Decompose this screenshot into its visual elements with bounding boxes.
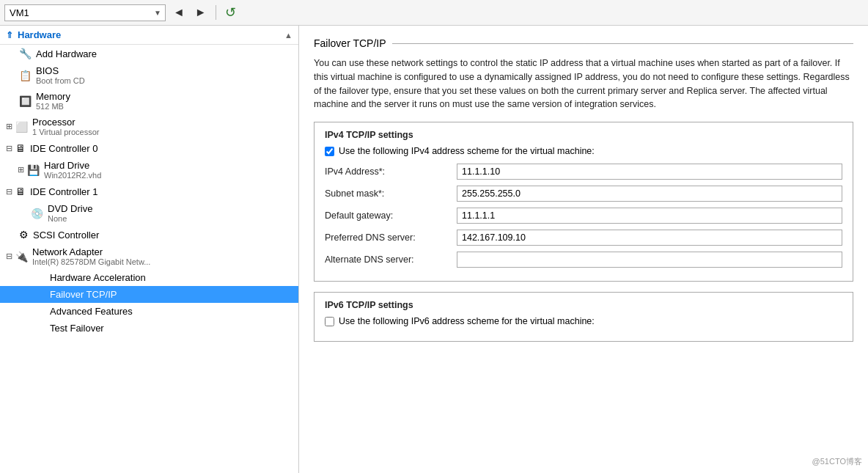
- field-label-preferred-dns: Preferred DNS server:: [325, 232, 457, 243]
- sidebar-item-hardware-acceleration[interactable]: Hardware Acceleration: [0, 269, 298, 286]
- sidebar-item-advanced-features[interactable]: Advanced Features: [0, 303, 298, 320]
- sidebar-item-hard-drive[interactable]: ⊞💾Hard DriveWin2012R2.vhd: [0, 157, 298, 183]
- field-row-ipv4-address: IPv4 Address*:: [325, 164, 842, 180]
- label-wrap-processor: Processor1 Virtual processor: [32, 117, 100, 136]
- sidebar-item-dvd-drive[interactable]: 💿DVD DriveNone: [0, 200, 298, 226]
- sublabel-processor: 1 Virtual processor: [32, 128, 100, 136]
- ipv6-checkbox[interactable]: [325, 317, 334, 326]
- field-input-alternate-dns[interactable]: [457, 252, 842, 268]
- label-wrap-scsi-controller: SCSI Controller: [33, 230, 99, 241]
- label-advanced-features: Advanced Features: [50, 306, 133, 317]
- field-label-subnet-mask: Subnet mask*:: [325, 188, 457, 199]
- sidebar-item-network-adapter[interactable]: ⊟🔌Network AdapterIntel(R) 82578DM Gigabi…: [0, 243, 298, 269]
- collapse-icon-ide-controller-0[interactable]: ⊟: [6, 144, 12, 153]
- sidebar-item-bios[interactable]: 📋BIOSBoot from CD: [0, 62, 298, 88]
- panel-description: You can use these network settings to co…: [314, 56, 853, 111]
- content-area: ⇑ Hardware ▲ 🔧Add Hardware📋BIOSBoot from…: [0, 26, 868, 473]
- collapse-icon[interactable]: ⇑: [6, 30, 13, 40]
- field-input-default-gateway[interactable]: [457, 208, 842, 224]
- vm-selector[interactable]: VM1: [4, 4, 166, 21]
- sidebar-item-memory[interactable]: 🔲Memory512 MB: [0, 88, 298, 114]
- label-wrap-ide-controller-0: IDE Controller 0: [30, 143, 98, 154]
- icon-bios: 📋: [19, 70, 32, 81]
- label-wrap-add-hardware: Add Hardware: [36, 48, 97, 59]
- icon-dvd-drive: 💿: [31, 208, 43, 219]
- field-row-alternate-dns: Alternate DNS server:: [325, 252, 842, 268]
- expand-icon-hard-drive[interactable]: ⊞: [18, 165, 24, 175]
- sidebar-item-ide-controller-1[interactable]: ⊟🖥IDE Controller 1: [0, 183, 298, 200]
- label-network-adapter: Network Adapter: [32, 246, 150, 257]
- field-label-alternate-dns: Alternate DNS server:: [325, 254, 457, 265]
- icon-ide-controller-1: 🖥: [15, 186, 26, 197]
- label-ide-controller-1: IDE Controller 1: [30, 186, 98, 197]
- sidebar-item-scsi-controller[interactable]: ⚙SCSI Controller: [0, 226, 298, 243]
- vm-select-wrap: VM1: [4, 4, 166, 21]
- label-wrap-advanced-features: Advanced Features: [50, 306, 133, 317]
- label-ide-controller-0: IDE Controller 0: [30, 143, 98, 154]
- sidebar-item-test-failover[interactable]: Test Failover: [0, 320, 298, 337]
- ipv6-group-title: IPv6 TCP/IP settings: [325, 300, 842, 310]
- sidebar-scroll[interactable]: 🔧Add Hardware📋BIOSBoot from CD🔲Memory512…: [0, 45, 298, 473]
- sublabel-network-adapter: Intel(R) 82578DM Gigabit Netw...: [32, 257, 150, 266]
- ipv6-checkbox-row: Use the following IPv6 address scheme fo…: [325, 316, 842, 326]
- label-wrap-memory: Memory512 MB: [36, 91, 70, 111]
- field-row-default-gateway: Default gateway:: [325, 208, 842, 224]
- label-memory: Memory: [36, 91, 70, 102]
- label-wrap-test-failover: Test Failover: [50, 323, 104, 334]
- icon-scsi-controller: ⚙: [19, 229, 29, 241]
- sublabel-dvd-drive: None: [48, 214, 92, 223]
- label-add-hardware: Add Hardware: [36, 48, 97, 59]
- icon-add-hardware: 🔧: [19, 48, 32, 59]
- label-processor: Processor: [32, 117, 100, 128]
- field-input-subnet-mask[interactable]: [457, 186, 842, 202]
- back-button[interactable]: ◄: [170, 4, 188, 21]
- label-failover-tcpip: Failover TCP/IP: [50, 289, 117, 300]
- panel-title: Failover TCP/IP: [314, 37, 853, 49]
- field-row-subnet-mask: Subnet mask*:: [325, 186, 842, 202]
- sidebar-item-ide-controller-0[interactable]: ⊟🖥IDE Controller 0: [0, 139, 298, 157]
- sublabel-bios: Boot from CD: [36, 76, 85, 85]
- ipv4-group-title: IPv4 TCP/IP settings: [325, 130, 842, 140]
- ipv4-checkbox-label: Use the following IPv4 address scheme fo…: [339, 146, 595, 156]
- sidebar-item-processor[interactable]: ⊞⬜Processor1 Virtual processor: [0, 114, 298, 139]
- sidebar-item-add-hardware[interactable]: 🔧Add Hardware: [0, 45, 298, 62]
- field-label-default-gateway: Default gateway:: [325, 210, 457, 221]
- label-dvd-drive: DVD Drive: [48, 203, 92, 214]
- sublabel-hard-drive: Win2012R2.vhd: [44, 171, 101, 180]
- label-wrap-network-adapter: Network AdapterIntel(R) 82578DM Gigabit …: [32, 246, 150, 266]
- forward-button[interactable]: ►: [192, 4, 210, 21]
- section-label: Hardware: [18, 29, 61, 40]
- label-wrap-failover-tcpip: Failover TCP/IP: [50, 289, 117, 300]
- icon-hard-drive: 💾: [27, 164, 40, 176]
- label-test-failover: Test Failover: [50, 323, 104, 334]
- icon-ide-controller-0: 🖥: [15, 142, 26, 154]
- watermark: @51CTO博客: [812, 456, 862, 467]
- ipv4-settings-group: IPv4 TCP/IP settings Use the following I…: [314, 122, 853, 282]
- hardware-section-header: ⇑ Hardware ▲: [0, 26, 298, 45]
- label-bios: BIOS: [36, 65, 85, 76]
- sublabel-memory: 512 MB: [36, 102, 70, 111]
- ipv4-checkbox[interactable]: [325, 147, 334, 156]
- field-input-ipv4-address[interactable]: [457, 164, 842, 180]
- field-label-ipv4-address: IPv4 Address*:: [325, 166, 457, 177]
- icon-processor: ⬜: [15, 121, 28, 133]
- ipv4-checkbox-row: Use the following IPv4 address scheme fo…: [325, 146, 842, 156]
- collapse-icon-network-adapter[interactable]: ⊟: [6, 252, 12, 261]
- icon-memory: 🔲: [19, 95, 32, 107]
- scroll-up-icon[interactable]: ▲: [284, 31, 293, 40]
- field-input-preferred-dns[interactable]: [457, 230, 842, 246]
- label-wrap-hardware-acceleration: Hardware Acceleration: [50, 272, 146, 283]
- field-row-preferred-dns: Preferred DNS server:: [325, 230, 842, 246]
- ipv4-fields: IPv4 Address*:Subnet mask*:Default gatew…: [325, 164, 842, 268]
- label-wrap-hard-drive: Hard DriveWin2012R2.vhd: [44, 160, 101, 180]
- refresh-button[interactable]: ↺: [222, 3, 239, 22]
- label-wrap-dvd-drive: DVD DriveNone: [48, 203, 92, 223]
- sidebar: ⇑ Hardware ▲ 🔧Add Hardware📋BIOSBoot from…: [0, 26, 299, 473]
- right-panel: Failover TCP/IP You can use these networ…: [299, 26, 868, 473]
- label-hard-drive: Hard Drive: [44, 160, 101, 171]
- sidebar-item-failover-tcpip[interactable]: Failover TCP/IP: [0, 286, 298, 303]
- expand-icon-processor[interactable]: ⊞: [6, 122, 12, 131]
- label-scsi-controller: SCSI Controller: [33, 230, 99, 241]
- label-wrap-ide-controller-1: IDE Controller 1: [30, 186, 98, 197]
- collapse-icon-ide-controller-1[interactable]: ⊟: [6, 187, 12, 197]
